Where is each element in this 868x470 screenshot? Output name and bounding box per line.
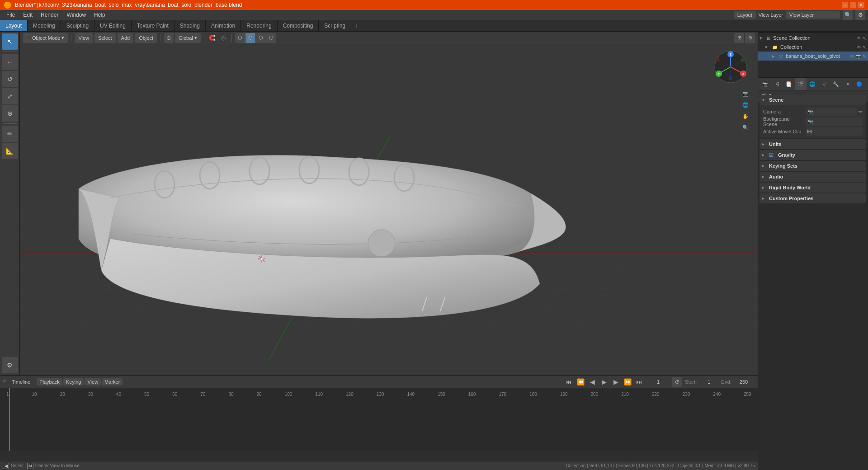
view-layer-input[interactable]: View Layer: [786, 11, 840, 19]
zoom-btn[interactable]: 🔍: [741, 122, 750, 132]
custom-properties-header[interactable]: ▸ Custom Properties: [760, 193, 866, 203]
menu-window[interactable]: Window: [63, 11, 90, 19]
annotate-tool[interactable]: ✏: [2, 126, 18, 142]
minimize-button[interactable]: ─: [842, 2, 848, 8]
lookdev-mode[interactable]: ⬡: [256, 33, 266, 43]
settings-button[interactable]: ⚙: [855, 10, 865, 20]
keying-sets-header[interactable]: ▸ Keying Sets: [760, 161, 866, 171]
play-btn[interactable]: ▶: [599, 377, 609, 387]
proportional-edit[interactable]: ◎: [218, 33, 228, 43]
tab-scripting[interactable]: Scripting: [319, 20, 351, 31]
gravity-section-header[interactable]: ▸ ☑ Gravity: [760, 150, 866, 160]
marker-menu[interactable]: Marker: [102, 378, 123, 385]
scale-tool[interactable]: ⤢: [2, 88, 18, 104]
physics-props-btn[interactable]: 🔵: [854, 78, 865, 90]
view-layer-props-btn[interactable]: 📑: [783, 78, 795, 90]
add-workspace-button[interactable]: +: [351, 20, 362, 31]
move-tool[interactable]: ↔: [2, 54, 18, 70]
pivot-icon[interactable]: ⊙: [164, 33, 174, 43]
tab-rendering[interactable]: Rendering: [241, 20, 277, 31]
coll-sel-icon[interactable]: ↖: [863, 45, 866, 50]
prev-frame-btn[interactable]: ◀: [587, 377, 597, 387]
view-menu[interactable]: View: [85, 378, 101, 385]
editor-type-dropdown[interactable]: Layout: [734, 11, 756, 19]
transform-tool[interactable]: ⊕: [2, 105, 18, 122]
camera-edit-icon[interactable]: ✏: [859, 109, 863, 115]
first-frame-btn[interactable]: ⏮: [564, 377, 574, 387]
camera-view-btn[interactable]: 📷: [741, 89, 750, 99]
camera-value[interactable]: 📷: [806, 108, 857, 116]
start-frame-input[interactable]: 1: [698, 377, 720, 386]
tab-animation[interactable]: Animation: [206, 20, 241, 31]
camera-restrict-icon[interactable]: 📷: [856, 54, 861, 59]
units-section-header[interactable]: ▸ Units: [760, 139, 866, 149]
next-frame-btn[interactable]: ▶: [611, 377, 621, 387]
last-frame-btn[interactable]: ⏭: [634, 377, 644, 387]
gizmo-toggle[interactable]: ⊕: [745, 33, 755, 43]
measure-tool[interactable]: 📐: [2, 143, 18, 159]
snap-toggle[interactable]: 🧲: [208, 33, 217, 43]
tab-texture-paint[interactable]: Texture Paint: [132, 20, 175, 31]
output-props-btn[interactable]: 🖨: [771, 78, 783, 90]
select-tool[interactable]: ↖: [2, 33, 18, 50]
object-props-btn[interactable]: ▽: [818, 78, 830, 90]
tab-sculpting[interactable]: Sculpting: [61, 20, 94, 31]
solid-mode[interactable]: ⬡: [245, 33, 255, 43]
search-button[interactable]: 🔍: [843, 10, 853, 20]
menu-file[interactable]: File: [3, 11, 19, 19]
active-movie-clip-value[interactable]: 🎞: [806, 127, 863, 136]
object-menu[interactable]: Object: [135, 33, 157, 43]
tab-shading[interactable]: Shading: [175, 20, 206, 31]
transform-dropdown[interactable]: Global ▾: [175, 33, 201, 43]
gravity-checkbox[interactable]: ☑: [769, 152, 774, 158]
coll-vis-icon[interactable]: 👁: [857, 45, 861, 50]
3d-viewport[interactable]: Z X Y 📷 🌐 ✋ 🔍: [20, 44, 758, 375]
properties-content[interactable]: ▾ Scene Camera 📷 ✏ Background Scene 📷: [758, 93, 868, 470]
obj-vis-icon[interactable]: 👁: [850, 54, 854, 59]
rendered-mode[interactable]: ⬡: [266, 33, 276, 43]
background-scene-value[interactable]: 📷: [806, 118, 863, 126]
tab-layout[interactable]: Layout: [0, 20, 28, 31]
rotate-tool[interactable]: ↺: [2, 71, 18, 87]
select-mouse-icon[interactable]: ◀: [3, 463, 9, 469]
scene-section-header[interactable]: ▾ Scene: [760, 95, 866, 105]
next-keyframe-btn[interactable]: ⏩: [623, 377, 632, 387]
obj-sel-icon[interactable]: ↖: [863, 54, 866, 59]
menu-edit[interactable]: Edit: [19, 11, 36, 19]
render-props-btn[interactable]: 📷: [760, 78, 771, 90]
audio-section-header[interactable]: ▸ Audio: [760, 172, 866, 182]
view-menu[interactable]: View: [75, 33, 93, 43]
overlay-toggle[interactable]: ⊞: [734, 33, 744, 43]
playback-menu[interactable]: Playback: [37, 378, 62, 385]
visibility-icon[interactable]: 👁: [857, 36, 861, 41]
scene-view-btn[interactable]: 🌐: [741, 100, 750, 110]
menu-render[interactable]: Render: [37, 11, 62, 19]
tab-modeling[interactable]: Modeling: [28, 20, 61, 31]
particles-props-btn[interactable]: ✦: [842, 78, 854, 90]
select-menu[interactable]: Select: [94, 33, 116, 43]
outliner-collection[interactable]: ▾ 📁 Collection 👁 ↖: [758, 42, 868, 52]
mode-dropdown[interactable]: ☐ Object Mode ▾: [23, 33, 68, 43]
wireframe-mode[interactable]: ⬡: [235, 33, 245, 43]
select-icon[interactable]: ↖: [863, 36, 866, 41]
add-menu[interactable]: Add: [118, 33, 134, 43]
modifier-props-btn[interactable]: 🔧: [830, 78, 842, 90]
menu-help[interactable]: Help: [90, 11, 109, 19]
keying-menu[interactable]: Keying: [63, 378, 84, 385]
tab-compositing[interactable]: Compositing: [278, 20, 319, 31]
tab-uv-editing[interactable]: UV Editing: [94, 20, 132, 31]
close-button[interactable]: ✕: [858, 2, 864, 8]
current-frame-input[interactable]: 1: [647, 377, 670, 386]
outliner-object[interactable]: ▸ ▽ banana_boat_solo_pivot 👁 📷 ↖: [758, 52, 868, 61]
rigid-body-world-header[interactable]: ▸ Rigid Body World: [760, 183, 866, 193]
fps-display[interactable]: ⏱: [672, 377, 682, 387]
pan-btn[interactable]: ✋: [741, 111, 750, 121]
maximize-button[interactable]: □: [850, 2, 856, 8]
timeline-area[interactable]: [0, 398, 758, 451]
prev-keyframe-btn[interactable]: ⏪: [576, 377, 585, 387]
end-frame-input[interactable]: 250: [732, 377, 755, 386]
transform-orientations[interactable]: ⚙: [2, 357, 18, 373]
navigation-gizmo[interactable]: Z X Y: [712, 49, 749, 85]
outliner-scene-collection[interactable]: ▾ ⊞ Scene Collection 👁 ↖: [758, 33, 868, 42]
world-props-btn[interactable]: 🌐: [807, 78, 818, 90]
